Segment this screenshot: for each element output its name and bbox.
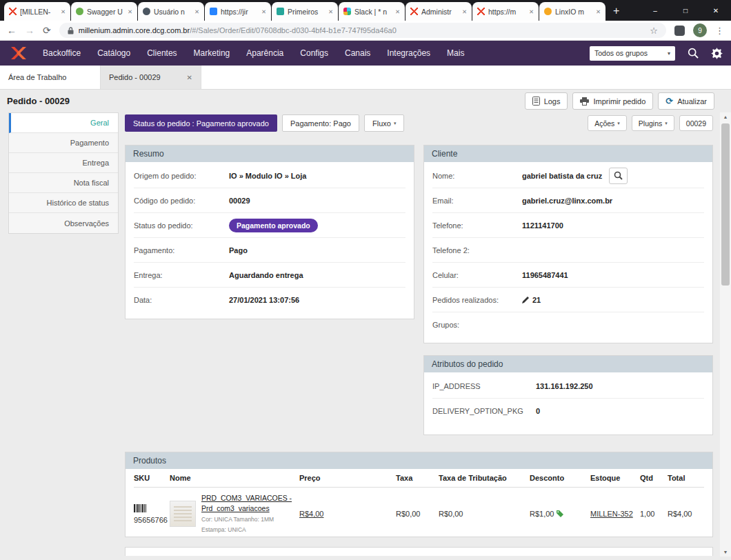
- nav-item-integracoes[interactable]: Integrações: [379, 48, 439, 58]
- refresh-button[interactable]: ⟳ Atualizar: [658, 92, 714, 110]
- tab-close-icon[interactable]: ✕: [194, 8, 199, 15]
- product-name-link[interactable]: PRD_COM3_VARIACOES -: [201, 493, 292, 503]
- product-name-link[interactable]: Prd_com3_variacoes: [201, 503, 292, 514]
- sidebar-item-observacoes[interactable]: Observações: [9, 213, 118, 233]
- new-tab-button[interactable]: +: [606, 6, 626, 21]
- scrollbar-thumb[interactable]: [721, 123, 730, 286]
- field-row: Status do pedido: Pagamento aprovado: [134, 213, 405, 238]
- field-label: Telefone:: [432, 221, 522, 230]
- vertical-scrollbar[interactable]: ▲ ▼: [720, 112, 731, 557]
- window-close-button[interactable]: ✕: [701, 0, 731, 21]
- discount-cell: R$1,00: [530, 510, 590, 518]
- bookmark-star-icon[interactable]: ☆: [650, 26, 658, 36]
- field-label: Entrega:: [134, 271, 229, 279]
- stock-cell: MILLEN-352: [590, 510, 640, 518]
- reload-button[interactable]: ⟳: [43, 26, 51, 35]
- customer-search-button[interactable]: [609, 168, 628, 184]
- nav-item-backoffice[interactable]: Backoffice: [34, 48, 89, 58]
- tab-area-de-trabalho[interactable]: Área de Trabalho: [0, 66, 101, 89]
- browser-tab[interactable]: Administr ✕: [405, 2, 472, 21]
- tab-close-icon[interactable]: ✕: [187, 74, 192, 81]
- col-desconto: Desconto: [530, 474, 590, 482]
- field-row: DELIVERY_OPTION_PKG 0: [432, 399, 704, 423]
- nav-item-configs[interactable]: Configs: [292, 48, 337, 58]
- tab-close-icon[interactable]: ✕: [261, 8, 266, 15]
- tab-close-icon[interactable]: ✕: [529, 8, 534, 15]
- sidebar-item-historico-de-status[interactable]: Histórico de status: [9, 193, 118, 213]
- screen: [MILLEN- ✕ Swagger U ✕ Usuário n ✕ https…: [0, 0, 731, 560]
- table-row: 95656766 PRD_COM3_VARIACOES - Prd_com3_v…: [134, 488, 704, 540]
- padlock-icon: [68, 27, 74, 34]
- sidebar-item-nota-fiscal[interactable]: Nota fiscal: [9, 173, 118, 193]
- extension-icon[interactable]: [674, 26, 685, 36]
- field-row: Pedidos realizados: 21: [432, 288, 704, 312]
- panel-cliente: Cliente Nome: gabriel batista da cruz Em…: [423, 145, 713, 343]
- col-sku: SKU: [134, 474, 170, 482]
- nav-item-aparencia[interactable]: Aparência: [238, 48, 292, 58]
- field-row: Nome: gabriel batista da cruz: [432, 163, 704, 188]
- print-order-button[interactable]: Imprimir pedido: [572, 92, 653, 110]
- tab-label: Pedido - 00029: [109, 73, 161, 81]
- gear-icon[interactable]: [711, 48, 723, 59]
- price-link[interactable]: R$4,00: [299, 510, 323, 518]
- nav-item-marketing[interactable]: Marketing: [186, 48, 239, 58]
- window-minimize-button[interactable]: –: [640, 0, 670, 21]
- browser-tab[interactable]: Slack | * n ✕: [339, 2, 405, 21]
- browser-tab[interactable]: Usuário n ✕: [138, 2, 204, 21]
- browser-tab[interactable]: Swagger U ✕: [71, 2, 137, 21]
- plugins-dropdown-button[interactable]: Plugins ▾: [632, 115, 674, 131]
- back-button[interactable]: ←: [7, 26, 17, 35]
- tab-close-icon[interactable]: ✕: [462, 8, 467, 15]
- scroll-down-arrow[interactable]: ▼: [723, 550, 728, 554]
- flow-dropdown-button[interactable]: Fluxo ▾: [364, 114, 404, 132]
- col-qtd: Qtd: [640, 474, 668, 482]
- site-favicon-icon: [277, 8, 284, 15]
- browser-tab[interactable]: https://jir ✕: [205, 2, 271, 21]
- order-status-button[interactable]: Status do pedido : Pagamento aprovado: [125, 114, 277, 132]
- nav-item-canais[interactable]: Canais: [337, 48, 379, 58]
- group-select[interactable]: Todos os grupos ▾: [590, 46, 675, 61]
- col-taxa-tributacao: Taxa de Tributação: [439, 474, 530, 482]
- browser-tab[interactable]: [MILLEN- ✕: [4, 2, 70, 21]
- scrollbar-track[interactable]: [720, 119, 731, 550]
- panel-atributos-title: Atributos do pedido: [424, 356, 712, 372]
- field-label: Data:: [134, 296, 229, 304]
- logs-button[interactable]: Logs: [525, 92, 568, 110]
- url-bar[interactable]: millenium.admin.core.dcg.com.br/#/Sales/…: [59, 23, 666, 38]
- page-header: Pedido - 00029 Logs Imprimir pedido ⟳ At…: [0, 90, 731, 112]
- browser-tab[interactable]: https://m ✕: [472, 2, 539, 21]
- product-thumbnail[interactable]: [170, 501, 196, 527]
- sidebar-item-geral[interactable]: Geral: [9, 113, 118, 133]
- sidebar-item-entrega[interactable]: Entrega: [9, 153, 118, 173]
- payment-status-button[interactable]: Pagamento: Pago: [282, 114, 359, 132]
- tab-pedido-00029[interactable]: Pedido - 00029 ✕: [101, 66, 201, 89]
- tab-close-icon[interactable]: ✕: [328, 8, 333, 15]
- scroll-up-arrow[interactable]: ▲: [723, 114, 728, 119]
- stock-link[interactable]: MILLEN-352: [590, 510, 633, 518]
- nav-item-catalogo[interactable]: Catálogo: [89, 48, 139, 58]
- browser-tab-title: [MILLEN-: [20, 8, 57, 16]
- search-icon[interactable]: [688, 48, 699, 59]
- forward-button[interactable]: →: [25, 26, 34, 35]
- field-row: Data: 27/01/2021 13:07:56: [134, 288, 405, 312]
- user-favicon-icon: [143, 8, 150, 15]
- discount-tag-icon[interactable]: [556, 510, 564, 518]
- tab-close-icon[interactable]: ✕: [61, 8, 66, 15]
- window-maximize-button[interactable]: □: [670, 0, 701, 21]
- nav-item-clientes[interactable]: Clientes: [139, 48, 185, 58]
- tab-close-icon[interactable]: ✕: [128, 8, 132, 15]
- browser-tab[interactable]: Primeiros ✕: [272, 2, 338, 21]
- browser-tab[interactable]: LinxIO m ✕: [539, 2, 605, 21]
- tab-close-icon[interactable]: ✕: [395, 8, 400, 15]
- acoes-dropdown-button[interactable]: Ações ▾: [588, 115, 627, 131]
- sidebar-item-pagamento[interactable]: Pagamento: [9, 133, 118, 153]
- nav-item-mais[interactable]: Mais: [439, 48, 472, 58]
- browser-menu-icon[interactable]: ⋮: [715, 26, 724, 36]
- browser-address-bar: ← → ⟳ millenium.admin.core.dcg.com.br/#/…: [0, 21, 731, 41]
- col-preco: Preço: [299, 474, 396, 482]
- pencil-icon[interactable]: [522, 296, 530, 303]
- field-value[interactable]: 21: [532, 296, 541, 304]
- profile-avatar[interactable]: 9: [693, 23, 707, 37]
- order-number-button[interactable]: 00029: [679, 115, 713, 131]
- tab-close-icon[interactable]: ✕: [596, 8, 601, 15]
